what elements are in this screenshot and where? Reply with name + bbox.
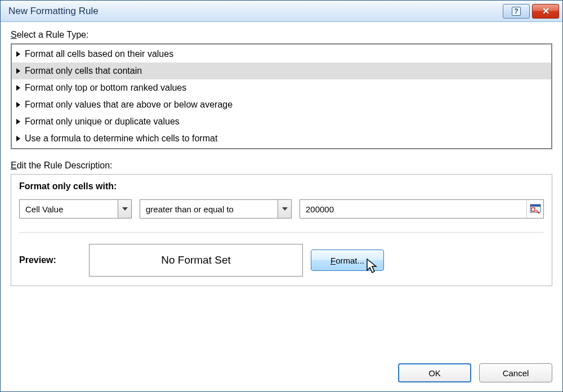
rule-type-item[interactable]: Format only unique or duplicate values <box>12 113 551 130</box>
rule-type-text: Format all cells based on their values <box>25 49 173 59</box>
cancel-button[interactable]: Cancel <box>479 363 552 382</box>
rule-type-item[interactable]: Format only values that are above or bel… <box>12 96 551 113</box>
operator-combo[interactable]: greater than or equal to <box>140 199 292 219</box>
edit-description-label: Edit the Rule Description: <box>11 161 552 171</box>
titlebar: New Formatting Rule ? ✕ <box>1 1 562 22</box>
value-field[interactable] <box>300 200 526 218</box>
triangle-icon <box>16 136 20 141</box>
range-selector-button[interactable] <box>526 200 543 218</box>
triangle-icon <box>16 51 20 57</box>
rule-type-text: Format only top or bottom ranked values <box>25 83 186 93</box>
rule-type-list: Format all cells based on their values F… <box>11 43 552 149</box>
preview-text: No Format Set <box>161 254 231 266</box>
value-input-wrapper <box>300 199 544 219</box>
svg-rect-1 <box>530 204 540 207</box>
ok-button[interactable]: OK <box>398 363 471 382</box>
help-icon: ? <box>512 7 521 16</box>
rule-type-item[interactable]: Format all cells based on their values <box>12 46 551 63</box>
help-button[interactable]: ? <box>503 4 530 19</box>
preview-label: Preview: <box>19 255 81 265</box>
window-title: New Formatting Rule <box>8 6 501 17</box>
triangle-icon <box>16 119 20 124</box>
description-panel: Format only cells with: Cell Value great… <box>11 174 552 286</box>
preview-box: No Format Set <box>89 244 303 277</box>
triangle-icon <box>16 85 20 91</box>
criteria-type-combo[interactable]: Cell Value <box>19 199 132 219</box>
dialog-window: New Formatting Rule ? ✕ Select a Rule Ty… <box>0 0 563 392</box>
rule-type-item[interactable]: Use a formula to determine which cells t… <box>12 130 551 147</box>
rule-type-text: Format only unique or duplicate values <box>25 117 180 127</box>
window-buttons: ? ✕ <box>501 4 559 19</box>
rule-type-text: Use a formula to determine which cells t… <box>25 133 217 144</box>
operator-value: greater than or equal to <box>140 204 278 214</box>
dialog-content: Select a Rule Type: Format all cells bas… <box>1 22 562 355</box>
format-button[interactable]: Format... <box>311 250 384 271</box>
rule-type-item[interactable]: Format only top or bottom ranked values <box>12 79 551 96</box>
rule-type-item[interactable]: Format only cells that contain <box>12 63 551 79</box>
triangle-icon <box>16 102 20 108</box>
range-selector-icon <box>530 204 541 214</box>
chevron-down-icon <box>282 207 288 211</box>
dialog-footer: OK Cancel <box>1 355 562 391</box>
rule-type-text: Format only cells that contain <box>25 66 142 76</box>
cursor-icon <box>366 258 379 275</box>
description-heading: Format only cells with: <box>19 181 544 191</box>
divider <box>19 232 544 233</box>
criteria-row: Cell Value greater than or equal to <box>19 199 544 219</box>
close-icon: ✕ <box>542 6 549 16</box>
triangle-icon <box>16 68 20 74</box>
rule-type-text: Format only values that are above or bel… <box>25 100 233 110</box>
dropdown-button[interactable] <box>118 200 131 218</box>
criteria-type-value: Cell Value <box>20 204 118 214</box>
preview-row: Preview: No Format Set Format... <box>19 244 544 277</box>
chevron-down-icon <box>122 207 128 211</box>
close-button[interactable]: ✕ <box>532 4 559 19</box>
rule-type-label: Select a Rule Type: <box>11 30 552 40</box>
dropdown-button[interactable] <box>278 200 291 218</box>
